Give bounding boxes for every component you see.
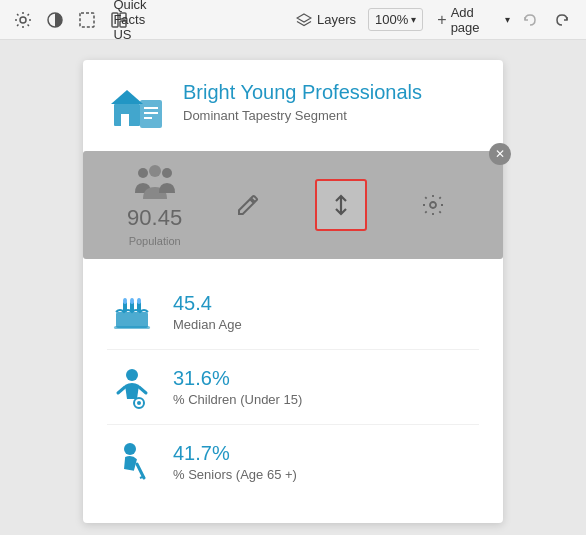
add-page-arrow-icon: ▾ <box>505 14 510 25</box>
edit-button[interactable] <box>222 179 274 231</box>
svg-point-17 <box>430 202 436 208</box>
svg-point-31 <box>124 443 136 455</box>
card-title-area: Bright Young Professionals Dominant Tape… <box>183 80 422 123</box>
svg-point-26 <box>126 369 138 381</box>
overlay-stat-value: 90.45 <box>127 205 182 231</box>
svg-rect-5 <box>120 21 126 27</box>
svg-rect-8 <box>121 114 129 126</box>
overlay-settings-button[interactable] <box>407 179 459 231</box>
svg-point-13 <box>138 168 148 178</box>
data-row-children: 31.6% % Children (Under 15) <box>107 350 479 425</box>
svg-rect-4 <box>120 13 126 19</box>
segment-title: Bright Young Professionals <box>183 80 422 104</box>
data-row-seniors: 41.7% % Seniors (Age 65 +) <box>107 425 479 499</box>
svg-line-27 <box>118 387 125 393</box>
layout-icon[interactable] <box>108 9 130 31</box>
close-button[interactable]: ✕ <box>489 143 511 165</box>
zoom-arrow-icon: ▾ <box>411 14 416 25</box>
settings-icon[interactable] <box>12 9 34 31</box>
toolbar-right <box>518 8 574 32</box>
svg-line-28 <box>139 387 146 393</box>
plus-icon: + <box>437 11 446 29</box>
selection-icon[interactable] <box>76 9 98 31</box>
data-row-age-content: 45.4 Median Age <box>173 292 242 332</box>
seniors-label: % Seniors (Age 65 +) <box>173 467 297 482</box>
svg-rect-3 <box>112 13 118 27</box>
toolbar-center: Layers 100% ▾ + Add page ▾ <box>290 2 518 38</box>
zoom-value: 100% <box>375 12 408 27</box>
svg-point-24 <box>137 298 141 304</box>
sort-button[interactable] <box>315 179 367 231</box>
child-icon <box>107 362 157 412</box>
svg-point-23 <box>130 298 134 304</box>
age-label: Median Age <box>173 317 242 332</box>
svg-rect-25 <box>114 326 150 329</box>
zoom-control[interactable]: 100% ▾ <box>368 8 423 31</box>
toolbar: Quick Facts US Layers 100% ▾ + Add page … <box>0 0 586 40</box>
svg-point-0 <box>20 17 26 23</box>
svg-point-14 <box>149 165 161 177</box>
undo-button[interactable] <box>518 8 542 32</box>
data-row-children-content: 31.6% % Children (Under 15) <box>173 367 302 407</box>
svg-point-15 <box>162 168 172 178</box>
svg-point-30 <box>137 401 141 405</box>
toolbar-left <box>12 9 130 31</box>
data-row-seniors-content: 41.7% % Seniors (Age 65 +) <box>173 442 297 482</box>
seniors-value: 41.7% <box>173 442 297 465</box>
age-value: 45.4 <box>173 292 242 315</box>
overlay-row: ✕ 90.45 Population <box>83 151 503 259</box>
redo-button[interactable] <box>550 8 574 32</box>
cake-icon <box>107 287 157 337</box>
overlay-stat-label: Population <box>129 235 181 247</box>
layers-button[interactable]: Layers <box>290 9 362 30</box>
layers-label: Layers <box>317 12 356 27</box>
segment-icon <box>107 80 167 135</box>
senior-icon <box>107 437 157 487</box>
children-label: % Children (Under 15) <box>173 392 302 407</box>
contrast-icon[interactable] <box>44 9 66 31</box>
svg-point-22 <box>123 298 127 304</box>
main-content: Bright Young Professionals Dominant Tape… <box>0 40 586 535</box>
add-page-label: Add page <box>451 5 501 35</box>
close-icon: ✕ <box>495 147 505 161</box>
card-header: Bright Young Professionals Dominant Tape… <box>107 80 479 135</box>
svg-marker-7 <box>111 90 143 104</box>
info-card: Bright Young Professionals Dominant Tape… <box>83 60 503 523</box>
svg-rect-18 <box>116 312 148 328</box>
segment-subtitle: Dominant Tapestry Segment <box>183 108 422 123</box>
children-value: 31.6% <box>173 367 302 390</box>
svg-rect-2 <box>80 13 94 27</box>
overlay-stat: 90.45 Population <box>127 163 182 247</box>
add-page-button[interactable]: + Add page ▾ <box>429 2 518 38</box>
data-row-age: 45.4 Median Age <box>107 275 479 350</box>
